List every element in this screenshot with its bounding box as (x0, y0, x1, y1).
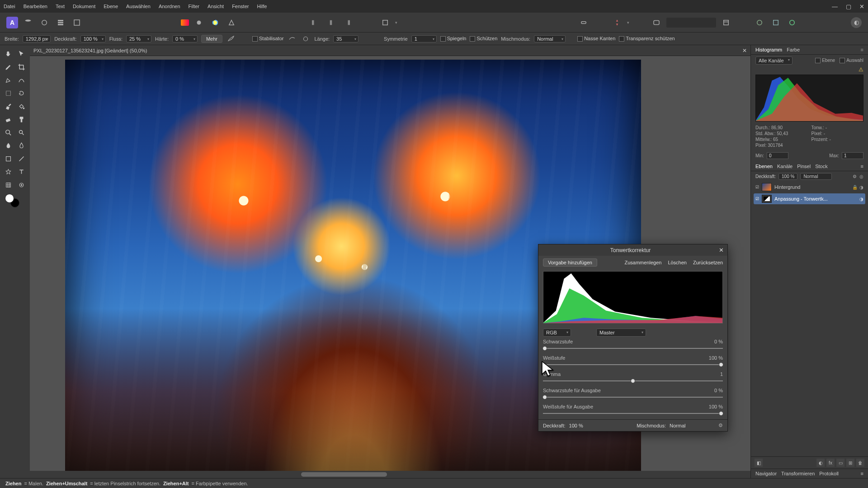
align-left-icon[interactable] (308, 16, 321, 29)
tab-histogramm[interactable]: Histogramm (755, 47, 782, 52)
sync-1-icon[interactable] (753, 16, 766, 29)
persona-photo-icon[interactable] (22, 16, 34, 29)
weissstufe-ausgabe-slider[interactable]: Weißstufe für Ausgabe100 % (538, 403, 727, 419)
histogram-channel-select[interactable]: Alle Kanäle (755, 56, 793, 65)
link-icon[interactable] (577, 16, 590, 29)
tab-pinsel[interactable]: Pinsel (797, 164, 811, 169)
mehr-button[interactable]: Mehr (201, 35, 222, 43)
delete-layer-icon[interactable]: 🗑 (856, 459, 864, 467)
arrange-1-icon[interactable] (666, 18, 679, 30)
color-swatches[interactable] (2, 194, 28, 208)
dodge-tool-icon[interactable] (16, 127, 28, 138)
crop-ratio-icon[interactable] (379, 16, 392, 29)
tab-stock[interactable]: Stock (815, 164, 828, 169)
preset-add-button[interactable]: Vorgabe hinzufügen (543, 258, 597, 267)
account-avatar[interactable]: ◐ (851, 17, 862, 28)
arrange-3-icon[interactable] (691, 18, 703, 30)
horizontal-scrollbar[interactable] (30, 471, 750, 478)
close-icon[interactable]: ✕ (859, 3, 864, 10)
paint-brush-icon[interactable] (2, 100, 14, 112)
fx-btn-icon[interactable]: fx (826, 459, 835, 467)
dialog-close-icon[interactable]: ✕ (719, 247, 724, 253)
snap-icon[interactable] (611, 16, 623, 29)
symmetrie-field[interactable]: 1▾ (411, 35, 437, 42)
color-picker-tool-icon[interactable] (16, 179, 28, 191)
sync-2-icon[interactable] (769, 16, 782, 29)
min-field[interactable]: 0 (767, 152, 788, 159)
foreground-color-icon[interactable] (5, 194, 14, 203)
vector-brush-icon[interactable] (16, 153, 28, 164)
channel-select[interactable]: Master (596, 328, 646, 337)
marquee-tool-icon[interactable] (2, 87, 14, 99)
arrange-2-icon[interactable] (679, 18, 691, 30)
lock-icon[interactable]: 🔒 (852, 185, 858, 190)
document-close-icon[interactable]: ✕ (742, 47, 747, 54)
menu-auswaehlen[interactable]: Auswählen (126, 4, 151, 9)
window-stab-icon[interactable] (301, 33, 311, 45)
layer-deck-field[interactable]: 100 % (778, 173, 797, 180)
blur-tool-icon[interactable] (16, 140, 28, 151)
persona-liquify-icon[interactable] (38, 16, 51, 29)
preview-icon[interactable] (650, 16, 663, 29)
dlg-gear-icon[interactable]: ⚙ (718, 422, 723, 428)
hist-auswahl-checkbox[interactable]: Auswahl (840, 58, 863, 63)
crop-tool-icon[interactable] (16, 61, 28, 73)
maximize-icon[interactable]: ▢ (846, 3, 851, 10)
schuetzen-checkbox[interactable]: Schützen (470, 36, 497, 42)
quickmask-icon[interactable] (193, 16, 205, 29)
deckkraft-field[interactable]: 100 %▾ (80, 35, 106, 42)
dlg-deck-field[interactable]: 100 % (569, 423, 583, 428)
tonwertkorrektur-dialog[interactable]: Tonwertkorrektur ✕ Vorgabe hinzufügen Zu… (538, 244, 728, 432)
dlg-mix-select[interactable]: Normal (670, 423, 715, 428)
align-center-icon[interactable] (325, 16, 337, 29)
hist-ebene-checkbox[interactable]: Ebene (815, 58, 835, 63)
layer-hintergrund[interactable]: ☑ Hintergrund 🔒◑ (754, 182, 865, 192)
schwarzstufe-ausgabe-slider[interactable]: Schwarzstufe für Ausgabe0 % (538, 387, 727, 403)
menu-anordnen[interactable]: Anordnen (159, 4, 180, 9)
layer-fx-icon[interactable]: ◎ (859, 174, 863, 179)
reset-button[interactable]: Zurücksetzen (693, 260, 723, 265)
hand-tool-icon[interactable] (2, 48, 14, 60)
tab-kanaele[interactable]: Kanäle (777, 164, 793, 169)
text-tool-icon[interactable] (16, 166, 28, 178)
clone-tool-icon[interactable] (16, 113, 28, 125)
layers-panel-menu-icon[interactable]: ≡ (861, 164, 863, 169)
layer-blendmode-select[interactable]: Normal (800, 173, 832, 180)
menu-hilfe[interactable]: Hilfe (257, 4, 267, 9)
breite-field[interactable]: 1292,8 px▾ (23, 35, 51, 42)
refine-icon[interactable] (225, 16, 238, 29)
brush-tool-icon[interactable] (2, 61, 14, 73)
visibility-icon[interactable]: ☑ (755, 197, 759, 201)
menu-dokument[interactable]: Dokument (73, 4, 95, 9)
fill-tool-icon[interactable] (16, 100, 28, 112)
menu-datei[interactable]: Datei (4, 4, 15, 9)
haerte-field[interactable]: 0 %▾ (172, 35, 198, 42)
transparenz-checkbox[interactable]: Transparenz schützen (619, 36, 675, 42)
rope-stab-icon[interactable] (287, 33, 297, 45)
schwarzstufe-slider[interactable]: Schwarzstufe0 % (538, 338, 727, 354)
tab-protokoll[interactable]: Protokoll (819, 471, 839, 476)
eraser-tool-icon[interactable] (2, 113, 14, 125)
visibility-icon[interactable]: ☑ (755, 185, 759, 189)
freehand-select-icon[interactable] (16, 87, 28, 99)
align-right-icon[interactable] (341, 16, 354, 29)
stabilisator-checkbox[interactable]: Stabilisator (252, 36, 283, 42)
menu-filter[interactable]: Filter (189, 4, 199, 9)
delete-button[interactable]: Löschen (668, 260, 687, 265)
brush-settings-icon[interactable] (226, 33, 236, 45)
gamma-slider[interactable]: Gamma1 (538, 371, 727, 387)
merge-button[interactable]: Zusammenlegen (624, 260, 661, 265)
max-field[interactable]: 1 (842, 152, 863, 159)
menu-ebene[interactable]: Ebene (104, 4, 118, 9)
menu-ansicht[interactable]: Ansicht (208, 4, 224, 9)
mask-btn-icon[interactable]: ◧ (755, 459, 763, 467)
shape-tool-icon[interactable] (2, 153, 14, 164)
smudge-tool-icon[interactable] (2, 140, 14, 151)
selection-swatch-icon[interactable] (181, 19, 189, 26)
fluss-field[interactable]: 25 %▾ (126, 35, 151, 42)
zoom-tool-icon[interactable] (2, 127, 14, 138)
panels-icon[interactable] (720, 16, 732, 29)
tab-ebenen[interactable]: Ebenen (755, 164, 773, 169)
mischmodus-field[interactable]: Normal▾ (534, 35, 566, 42)
minimize-icon[interactable]: — (832, 3, 838, 10)
